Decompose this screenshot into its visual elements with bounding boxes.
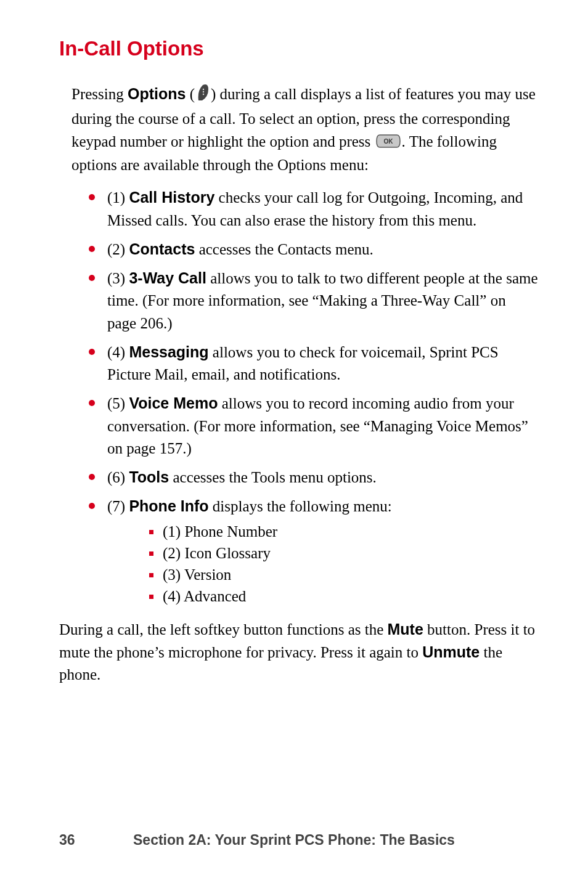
item-number: (4) <box>107 344 129 360</box>
options-label: Options <box>128 85 186 102</box>
phone-info-sublist: (1) Phone Number (2) Icon Glossary (3) V… <box>149 521 539 607</box>
item-title: 3-Way Call <box>129 269 206 287</box>
intro-text-b: ( <box>186 86 195 102</box>
item-title: Contacts <box>129 240 195 258</box>
page-number: 36 <box>59 832 133 848</box>
list-item: (2) Contacts accesses the Contacts menu. <box>89 238 539 261</box>
svg-point-2 <box>203 94 204 95</box>
item-title: Voice Memo <box>129 394 218 412</box>
list-item: (6) Tools accesses the Tools menu option… <box>89 466 539 489</box>
item-title: Messaging <box>129 343 208 360</box>
mute-label: Mute <box>388 621 423 638</box>
item-text: displays the following menu: <box>209 498 392 515</box>
list-item: (1) Call History checks your call log fo… <box>89 186 539 232</box>
intro-text-a: Pressing <box>71 86 128 102</box>
section-heading: In-Call Options <box>59 37 539 60</box>
options-list: (1) Call History checks your call log fo… <box>89 186 539 606</box>
item-title: Tools <box>129 468 169 486</box>
sublist-item: (2) Icon Glossary <box>149 542 539 564</box>
closing-paragraph: During a call, the left softkey button f… <box>59 618 539 686</box>
svg-point-0 <box>203 89 204 90</box>
svg-text:OK: OK <box>383 138 393 145</box>
list-item: (3) 3-Way Call allows you to talk to two… <box>89 267 539 335</box>
unmute-label: Unmute <box>422 643 480 661</box>
page-footer: 36Section 2A: Your Sprint PCS Phone: The… <box>59 832 539 848</box>
end-text-a: During a call, the left softkey button f… <box>59 621 388 638</box>
sublist-item: (1) Phone Number <box>149 521 539 542</box>
item-text: accesses the Contacts menu. <box>195 241 374 258</box>
svg-point-1 <box>203 91 204 92</box>
item-number: (2) <box>107 241 129 258</box>
item-number: (1) <box>107 189 129 206</box>
list-item: (5) Voice Memo allows you to record inco… <box>89 392 539 460</box>
ok-button-icon: OK <box>376 132 401 154</box>
item-number: (7) <box>107 498 129 515</box>
intro-paragraph: Pressing Options () during a call displa… <box>71 83 539 176</box>
footer-section: Section 2A: Your Sprint PCS Phone: The B… <box>133 832 455 848</box>
item-number: (3) <box>107 270 129 287</box>
item-number: (5) <box>107 395 129 412</box>
item-title: Phone Info <box>129 497 208 515</box>
item-text: accesses the Tools menu options. <box>169 469 377 486</box>
list-item: (7) Phone Info displays the following me… <box>89 495 539 606</box>
list-item: (4) Messaging allows you to check for vo… <box>89 341 539 386</box>
item-number: (6) <box>107 469 129 486</box>
sublist-item: (4) Advanced <box>149 585 539 607</box>
item-title: Call History <box>129 189 214 206</box>
softkey-icon <box>196 83 210 108</box>
sublist-item: (3) Version <box>149 564 539 585</box>
